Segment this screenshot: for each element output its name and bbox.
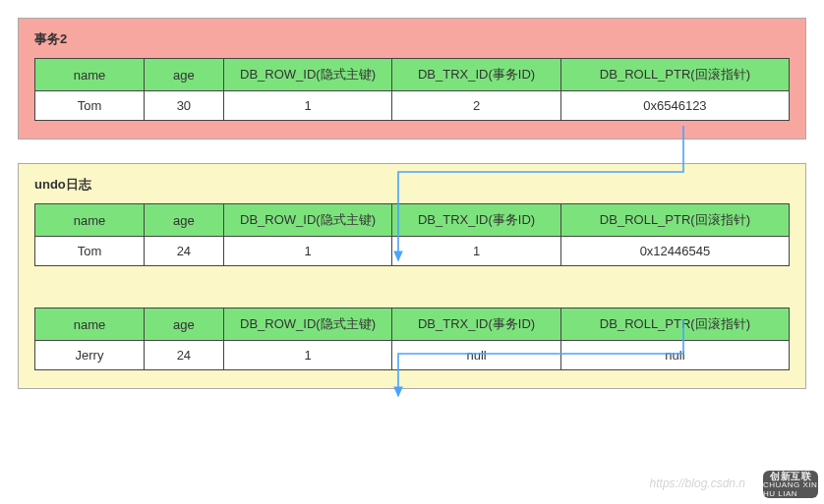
watermark-url: https://blog.csdn.n (650, 476, 745, 490)
cell-name: Jerry (35, 341, 145, 370)
col-header-trxid: DB_TRX_ID(事务ID) (392, 204, 561, 237)
col-header-rollptr: DB_ROLL_PTR(回滚指针) (560, 59, 789, 91)
cell-trxid: null (392, 341, 561, 370)
col-header-rowid: DB_ROW_ID(隐式主键) (223, 59, 392, 91)
col-header-name: name (35, 308, 145, 341)
cell-rowid: 1 (223, 341, 392, 370)
col-header-trxid: DB_TRX_ID(事务ID) (392, 59, 561, 91)
transaction-2-table: name age DB_ROW_ID(隐式主键) DB_TRX_ID(事务ID)… (34, 58, 790, 121)
table-row: Tom 24 1 1 0x12446545 (35, 237, 790, 266)
undo-log-title: undo日志 (34, 176, 790, 194)
table-header-row: name age DB_ROW_ID(隐式主键) DB_TRX_ID(事务ID)… (35, 59, 790, 91)
table-header-row: name age DB_ROW_ID(隐式主键) DB_TRX_ID(事务ID)… (35, 308, 790, 341)
cell-rollptr: null (560, 341, 789, 370)
cell-age: 30 (145, 91, 224, 121)
col-header-rowid: DB_ROW_ID(隐式主键) (223, 204, 392, 237)
undo-log-table-2: name age DB_ROW_ID(隐式主键) DB_TRX_ID(事务ID)… (34, 308, 790, 370)
undo-log-panel: undo日志 name age DB_ROW_ID(隐式主键) DB_TRX_I… (18, 163, 806, 389)
cell-rollptr: 0x12446545 (560, 237, 789, 266)
cell-trxid: 2 (392, 91, 561, 121)
transaction-2-panel: 事务2 name age DB_ROW_ID(隐式主键) DB_TRX_ID(事… (18, 18, 806, 140)
col-header-name: name (35, 204, 145, 237)
table-row: Jerry 24 1 null null (35, 341, 790, 370)
col-header-rollptr: DB_ROLL_PTR(回滚指针) (560, 308, 789, 341)
cell-rollptr: 0x6546123 (560, 91, 789, 121)
col-header-rowid: DB_ROW_ID(隐式主键) (223, 308, 392, 341)
cell-trxid: 1 (392, 237, 561, 266)
col-header-age: age (145, 59, 224, 91)
cell-age: 24 (145, 237, 224, 266)
cell-rowid: 1 (223, 91, 392, 121)
col-header-age: age (145, 308, 224, 341)
cell-rowid: 1 (223, 237, 392, 266)
col-header-rollptr: DB_ROLL_PTR(回滚指针) (560, 204, 789, 237)
col-header-age: age (145, 204, 224, 237)
table-row: Tom 30 1 2 0x6546123 (35, 91, 790, 121)
col-header-trxid: DB_TRX_ID(事务ID) (392, 308, 561, 341)
table-header-row: name age DB_ROW_ID(隐式主键) DB_TRX_ID(事务ID)… (35, 204, 790, 237)
undo-log-table-1: name age DB_ROW_ID(隐式主键) DB_TRX_ID(事务ID)… (34, 203, 790, 266)
cell-age: 24 (145, 341, 224, 370)
watermark-badge: 创新互联 CHUANG XIN HU LIAN (763, 471, 818, 498)
cell-name: Tom (35, 91, 145, 121)
transaction-2-title: 事务2 (34, 30, 790, 48)
cell-name: Tom (35, 237, 145, 266)
col-header-name: name (35, 59, 145, 91)
watermark-brand-sub: CHUANG XIN HU LIAN (763, 481, 818, 499)
